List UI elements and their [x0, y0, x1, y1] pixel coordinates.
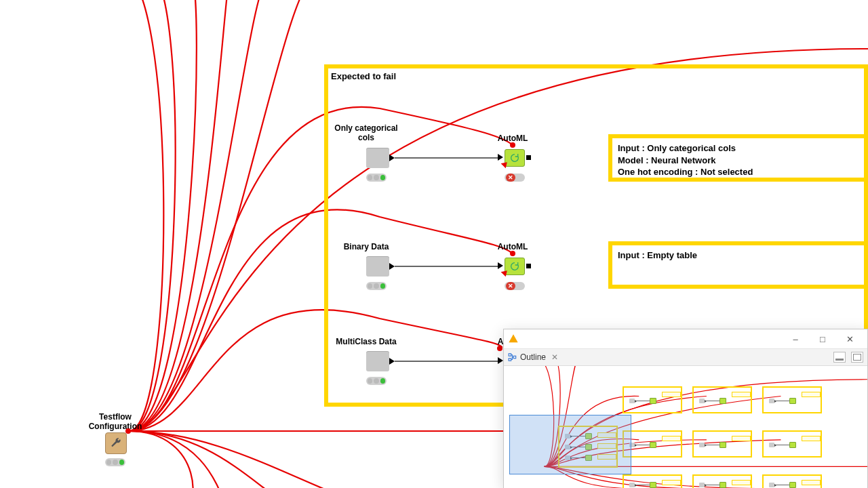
connection-line[interactable] — [395, 361, 498, 362]
node-input-port[interactable] — [498, 357, 503, 364]
minimap-group — [762, 386, 822, 413]
group-title: Expected to fail — [331, 71, 396, 81]
node-error-indicator: ✕ — [505, 174, 525, 182]
window-maximize-button[interactable]: □ — [809, 331, 836, 347]
window-minimize-button[interactable]: – — [782, 331, 809, 347]
node-input-port[interactable] — [498, 262, 503, 269]
node-only-categorical[interactable] — [366, 148, 389, 168]
view-maximize-button[interactable] — [851, 352, 863, 363]
outline-window[interactable]: – □ ✕ Outline ✕ — [503, 329, 868, 488]
node-binary-data[interactable] — [366, 256, 389, 277]
wrench-icon — [110, 437, 122, 449]
outline-tabbar: Outline ✕ — [504, 349, 867, 366]
minimap-group — [623, 386, 682, 413]
connection-line[interactable] — [395, 157, 498, 159]
minimap-group — [762, 474, 822, 488]
node-input-port[interactable] — [498, 154, 503, 161]
node-output-port[interactable] — [389, 358, 395, 365]
outline-icon — [508, 352, 517, 362]
node-output-port[interactable] — [526, 155, 531, 160]
svg-rect-0 — [509, 354, 511, 357]
annotation-box-2[interactable]: Input : Empty table — [608, 241, 868, 289]
flow-variable-port[interactable] — [510, 251, 515, 256]
annotation-line: Model : Neural Network — [618, 155, 859, 167]
minimap-group — [692, 430, 752, 458]
outline-tab-label[interactable]: Outline — [520, 352, 546, 362]
view-minimize-button[interactable] — [833, 352, 846, 363]
node-output-port[interactable] — [526, 264, 531, 268]
minimap-group — [623, 430, 682, 458]
minimap-group — [692, 474, 752, 488]
connection-line[interactable] — [395, 266, 498, 267]
outline-tab-close[interactable]: ✕ — [551, 352, 558, 362]
node-label-binary-data: Binary Data — [326, 242, 407, 251]
node-error-indicator: ✕ — [505, 282, 525, 290]
node-status-indicator — [105, 458, 125, 466]
annotation-line: One hot encoding : Not selected — [618, 166, 859, 178]
node-multiclass-data[interactable] — [366, 351, 389, 371]
flow-variable-port[interactable] — [497, 346, 502, 351]
annotation-line: Input : Only categorical cols — [618, 142, 859, 155]
node-label-multiclass-data: MultiClass Data — [326, 337, 407, 346]
app-icon — [508, 333, 519, 344]
annotation-box-1[interactable]: Input : Only categorical cols Model : Ne… — [608, 134, 868, 182]
outline-minimap[interactable] — [504, 366, 867, 488]
loop-icon — [509, 152, 520, 163]
minimap-group — [762, 430, 822, 458]
loop-icon — [509, 261, 520, 272]
minimap-group — [692, 386, 752, 413]
node-label-testflow: Testflow Configuration — [68, 412, 163, 431]
node-output-port[interactable] — [389, 155, 395, 161]
flow-variable-port[interactable] — [510, 142, 515, 148]
outline-titlebar[interactable]: – □ ✕ — [504, 329, 867, 349]
node-output-port[interactable] — [389, 263, 395, 270]
minimap-group — [623, 474, 682, 488]
window-close-button[interactable]: ✕ — [836, 331, 863, 347]
node-label-only-categorical: Only categorical cols — [326, 123, 407, 142]
node-label-automl: AutoML — [472, 242, 553, 251]
annotation-line: Input : Empty table — [618, 249, 859, 262]
node-label-automl: AutoML — [472, 134, 553, 143]
node-status-indicator — [366, 174, 387, 182]
minimap-viewport[interactable] — [509, 415, 631, 474]
svg-rect-1 — [509, 359, 511, 361]
node-status-indicator — [366, 282, 387, 290]
node-status-indicator — [366, 377, 387, 385]
svg-rect-2 — [513, 356, 516, 359]
node-testflow-configuration[interactable] — [105, 432, 127, 454]
workflow-canvas[interactable]: Expected to fail Input : Only categorica… — [0, 0, 868, 488]
